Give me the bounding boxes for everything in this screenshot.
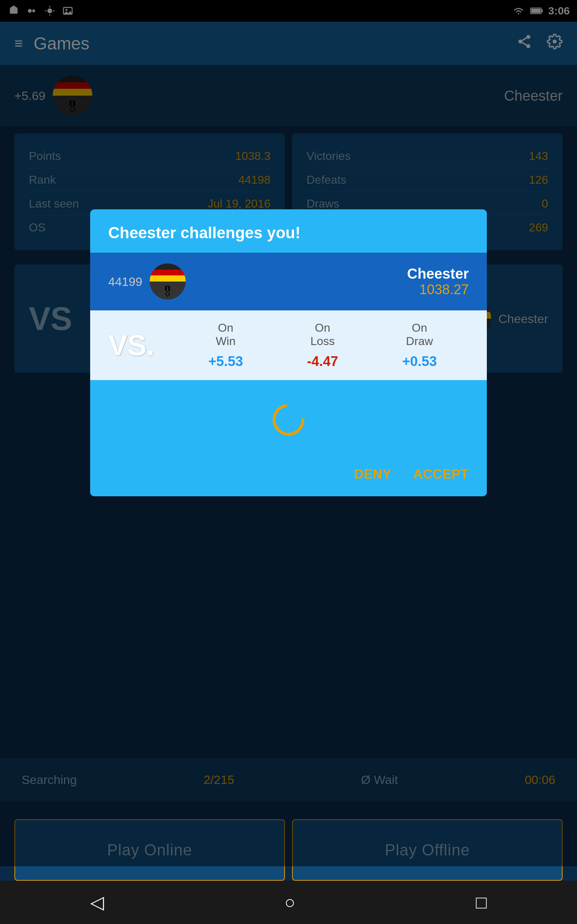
back-button[interactable]: ◁ [90,892,104,913]
outcome-cols: OnWin +5.53 OnLoss -4.47 OnDraw +0.53 [176,321,469,369]
dialog-player-left: 44199 🎖 [108,263,186,300]
dialog-player-avatar: 🎖 [150,263,186,300]
outcome-draw: OnDraw +0.53 [402,321,437,369]
dialog-rank-number: 44199 [108,275,142,289]
dialog-player-row: 44199 🎖 Cheester 1038.27 [90,253,487,310]
deny-button[interactable]: DENY [354,467,392,482]
bottom-nav: ◁ ○ □ [0,881,577,924]
dialog-player-right: Cheester 1038.27 [407,266,469,297]
dialog-loading [90,380,487,459]
home-button[interactable]: ○ [285,892,295,913]
dialog-vs-text: VS. [108,329,155,362]
recent-button[interactable]: □ [476,892,487,913]
outcome-win: OnWin +5.53 [208,321,243,369]
loading-spinner [271,402,306,438]
on-loss-value: -4.47 [307,354,338,369]
dialog-player-points: 1038.27 [407,282,469,297]
outcome-loss: OnLoss -4.47 [307,321,338,369]
on-loss-label: OnLoss [307,321,338,348]
svg-point-21 [274,405,303,434]
dialog-title: Cheester challenges you! [90,209,487,253]
on-win-value: +5.53 [208,354,243,369]
challenge-dialog: Cheester challenges you! 44199 🎖 C [90,209,487,496]
dialog-actions: DENY ACCEPT [90,459,487,496]
dialog-player-name: Cheester [407,266,469,282]
on-draw-value: +0.53 [402,354,437,369]
accept-button[interactable]: ACCEPT [413,467,469,482]
dialog-overlay: Cheester challenges you! 44199 🎖 C [0,0,577,866]
on-win-label: OnWin [208,321,243,348]
dialog-vs-row: VS. OnWin +5.53 OnLoss -4.47 OnDraw +0.5… [90,310,487,380]
on-draw-label: OnDraw [402,321,437,348]
